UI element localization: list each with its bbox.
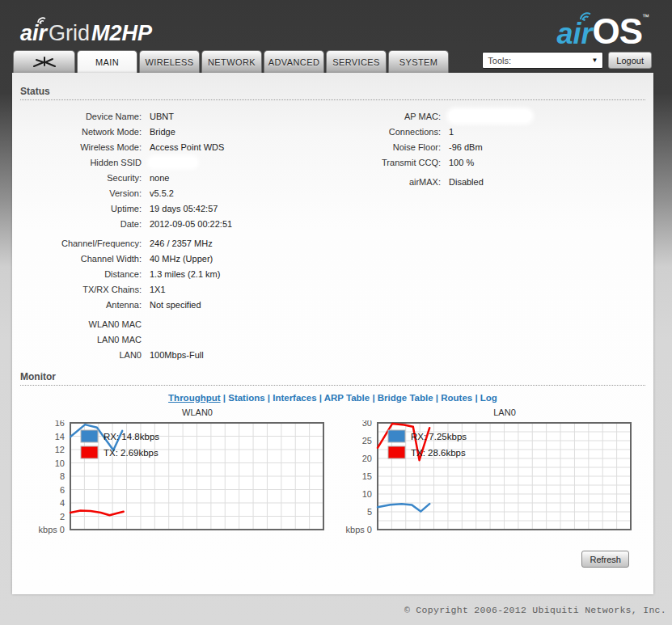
monitor-link-log[interactable]: Log	[480, 393, 497, 403]
link-separator: |	[433, 393, 442, 403]
monitor-link-interfaces[interactable]: Interfaces	[273, 393, 316, 403]
status-value: UBNT	[150, 112, 174, 121]
status-value: Not specified	[150, 300, 201, 310]
refresh-button[interactable]: Refresh	[581, 551, 629, 568]
link-separator: |	[317, 393, 324, 403]
monitor-link-throughput[interactable]: Throughput	[168, 393, 221, 403]
status-row: Channel Width:40 MHz (Upper)	[12, 251, 336, 266]
link-separator: |	[265, 393, 273, 403]
chevron-down-icon: ▼	[591, 57, 598, 64]
status-left-column: Device Name:UBNTNetwork Mode:BridgeWirel…	[12, 108, 336, 366]
chart-title: LAN0	[378, 408, 632, 417]
chart-svg-wlan0: 246810121416kbps 0RX: 14.8kbpsTX: 2.69kb…	[25, 420, 326, 538]
airgrid-logo: airGridM2HP	[20, 21, 152, 46]
status-row: Connections:1	[336, 124, 653, 139]
svg-text:RX: 14.8kbps: RX: 14.8kbps	[104, 432, 159, 441]
logout-button[interactable]: Logout	[608, 52, 652, 69]
status-label: Transmit CCQ:	[336, 158, 441, 167]
tools-dropdown-value: Tools:	[488, 56, 511, 65]
wifi-arcs-icon	[577, 9, 594, 21]
status-label: AP MAC:	[336, 112, 441, 121]
tab-system[interactable]: SYSTEM	[388, 50, 449, 73]
svg-text:25: 25	[362, 436, 372, 446]
airgrid-logo-model: M2HP	[91, 21, 152, 45]
svg-text:8: 8	[60, 471, 65, 481]
status-value: 1X1	[150, 285, 166, 294]
wifi-arcs-icon	[36, 15, 49, 24]
redacted-value-blob	[150, 158, 197, 167]
tab-bar: MAINWIRELESSNETWORKADVANCEDSERVICESSYSTE…	[13, 50, 449, 73]
status-columns: Device Name:UBNTNetwork Mode:BridgeWirel…	[12, 100, 653, 366]
monitor-link-bridge-table[interactable]: Bridge Table	[378, 393, 433, 403]
svg-text:10: 10	[362, 489, 372, 499]
tab-network[interactable]: NETWORK	[201, 50, 262, 73]
svg-text:12: 12	[55, 445, 65, 454]
status-group: AP MAC:Connections:1Noise Floor:-96 dBmT…	[336, 108, 653, 170]
status-row: airMAX:Disabled	[336, 174, 653, 189]
status-value: Bridge	[150, 127, 175, 137]
svg-text:2: 2	[60, 512, 65, 522]
monitor-link-routes[interactable]: Routes	[441, 393, 472, 403]
status-row: Antenna:Not specified	[12, 297, 336, 312]
status-right-column: AP MAC:Connections:1Noise Floor:-96 dBmT…	[336, 108, 653, 366]
status-value: none	[150, 173, 169, 183]
header-controls: Tools: ▼ Logout	[482, 52, 652, 69]
status-row: Wireless Mode:Access Point WDS	[12, 139, 336, 154]
monitor-link-stations[interactable]: Stations	[228, 393, 264, 403]
status-label: LAN0	[12, 350, 142, 360]
svg-text:20: 20	[362, 454, 372, 463]
status-label: Version:	[12, 188, 142, 198]
svg-text:30: 30	[362, 420, 372, 428]
status-group: Device Name:UBNTNetwork Mode:BridgeWirel…	[12, 108, 336, 231]
status-row: Hidden SSID	[12, 154, 336, 170]
status-section-heading: Status	[20, 86, 645, 100]
status-value: 40 MHz (Upper)	[150, 254, 213, 264]
status-value: Access Point WDS	[150, 142, 224, 152]
svg-text:kbps 0: kbps 0	[39, 525, 65, 534]
status-label: Date:	[12, 219, 142, 229]
svg-text:14: 14	[55, 432, 65, 441]
status-group: Channel/Frequency:246 / 2357 MHzChannel …	[12, 235, 336, 312]
svg-text:TX: 28.6kbps: TX: 28.6kbps	[411, 448, 466, 458]
status-row: Network Mode:Bridge	[12, 124, 336, 139]
chart-lan0: LAN051015202530kbps 0RX: 7.25kbpsTX: 28.…	[332, 408, 633, 541]
svg-text:6: 6	[60, 485, 65, 495]
status-group: WLAN0 MACLAN0 MACLAN0100Mbps-Full	[12, 316, 336, 362]
tab-services[interactable]: SERVICES	[326, 50, 387, 73]
monitor-section-heading: Monitor	[20, 371, 645, 386]
tab-advanced[interactable]: ADVANCED	[264, 50, 324, 73]
status-row: LAN0 MAC	[12, 332, 336, 347]
tab-device-logo[interactable]	[13, 50, 75, 73]
svg-text:4: 4	[60, 498, 65, 508]
status-row: Security:none	[12, 170, 336, 185]
chart-title: WLAN0	[70, 408, 324, 417]
airgrid-logo-air: air	[20, 21, 47, 45]
status-label: Device Name:	[12, 112, 142, 121]
content-panel: Status Device Name:UBNTNetwork Mode:Brid…	[12, 73, 653, 594]
status-row: AP MAC:	[336, 108, 653, 124]
page-header: airGridM2HP airOS™ MAINWIRELESSNETWORKAD…	[0, 0, 672, 73]
svg-text:kbps 0: kbps 0	[346, 525, 372, 534]
airgrid-logo-grid: Grid	[49, 21, 90, 45]
throughput-charts: WLAN0246810121416kbps 0RX: 14.8kbpsTX: 2…	[25, 408, 653, 541]
status-label: Uptime:	[12, 204, 142, 213]
link-separator: |	[370, 393, 378, 403]
svg-text:TX: 2.69kbps: TX: 2.69kbps	[104, 448, 158, 458]
monitor-link-arp-table[interactable]: ARP Table	[324, 393, 370, 403]
status-row: Device Name:UBNT	[12, 108, 336, 124]
tab-main[interactable]: MAIN	[77, 50, 137, 73]
status-row: Noise Floor:-96 dBm	[336, 139, 653, 154]
status-value: 100Mbps-Full	[150, 350, 204, 360]
tools-dropdown[interactable]: Tools: ▼	[482, 52, 603, 69]
status-label: Security:	[12, 173, 142, 183]
status-label: airMAX:	[336, 177, 441, 187]
copyright-text: © Copyright 2006-2012 Ubiquiti Networks,…	[404, 605, 666, 615]
status-label: Wireless Mode:	[12, 142, 142, 152]
status-row: Channel/Frequency:246 / 2357 MHz	[12, 235, 336, 251]
tab-wireless[interactable]: WIRELESS	[139, 50, 200, 73]
status-label: Connections:	[336, 127, 441, 137]
status-label: Antenna:	[12, 300, 142, 310]
status-label: LAN0 MAC	[12, 335, 142, 344]
svg-text:10: 10	[55, 458, 65, 468]
chart-svg-lan0: 51015202530kbps 0RX: 7.25kbpsTX: 28.6kbp…	[332, 420, 633, 538]
